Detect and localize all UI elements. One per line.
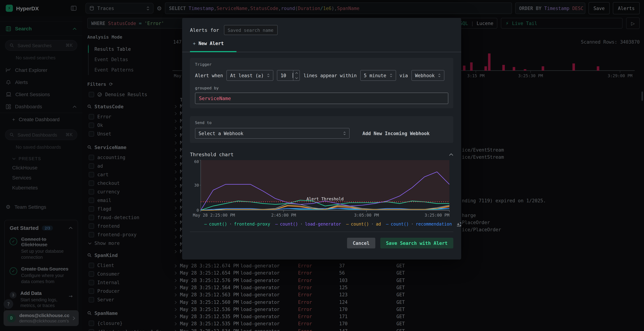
svg-text:30: 30: [194, 183, 199, 187]
legend-item[interactable]: —count()·recommendation: [386, 222, 452, 227]
legend-item[interactable]: —count()·load-generator: [275, 222, 341, 227]
chevron-updown-icon: [390, 73, 392, 78]
trigger-label: Trigger: [195, 62, 448, 67]
add-incoming-webhook-button[interactable]: Add New Incoming Webhook: [362, 131, 430, 136]
grouped-by-label: grouped by: [195, 86, 448, 90]
svg-text:3:25:00 PM: 3:25:00 PM: [425, 213, 449, 218]
send-to-label: Send to: [195, 120, 448, 125]
plus-icon: +: [193, 41, 196, 46]
cancel-button[interactable]: Cancel: [347, 238, 375, 248]
webhook-select[interactable]: Select a Webhook: [195, 128, 350, 139]
chevron-updown-icon: [343, 131, 346, 135]
svg-text:2:45:00 PM: 2:45:00 PM: [271, 213, 296, 218]
collapse-chart-icon[interactable]: [449, 153, 453, 156]
active-tab-underline: [190, 51, 236, 52]
threshold-chart-title: Threshold chart: [190, 152, 234, 157]
trigger-section: Trigger Alert when At least (≥): [190, 58, 453, 108]
threshold-number-input[interactable]: [277, 70, 300, 81]
grouped-by-input[interactable]: ServiceName: [195, 93, 448, 104]
legend-item[interactable]: —count()·ad: [346, 222, 381, 227]
svg-text:3:05:00 PM: 3:05:00 PM: [354, 213, 379, 218]
save-search-with-alert-button[interactable]: Save Search with Alert: [380, 238, 453, 248]
legend-item[interactable]: —count()·frontend-proxy: [204, 222, 270, 227]
chevron-updown-icon: [438, 73, 441, 78]
modal-title: Alerts for: [190, 27, 219, 33]
number-spinner[interactable]: [293, 70, 300, 80]
threshold-chart: 03060Alert ThresholdMay 28 2:25:00 PM2:4…: [193, 159, 453, 220]
alert-tabs: + New Alert: [182, 41, 461, 52]
legend-more-button[interactable]: +3 more: [457, 222, 461, 227]
chevron-updown-icon: [267, 73, 270, 78]
channel-select[interactable]: Webhook: [412, 70, 444, 81]
svg-text:Alert Threshold: Alert Threshold: [306, 197, 344, 201]
svg-text:May 28 2:25:00 PM: May 28 2:25:00 PM: [193, 213, 235, 218]
threshold-value-field[interactable]: [277, 70, 293, 80]
via-text: via: [400, 73, 408, 78]
lines-appear-within-text: lines appear within: [304, 73, 356, 78]
screenshot-viewport: ⚡ HyperDX Traces ⚙ SELECT Timestamp,Serv…: [0, 0, 644, 331]
hyperdx-app: ⚡ HyperDX Traces ⚙ SELECT Timestamp,Serv…: [0, 0, 644, 331]
window-select[interactable]: 5 minute: [360, 70, 396, 81]
create-alert-modal: Alerts for + New Alert Trigger Alert whe…: [182, 18, 461, 260]
alert-when-text: Alert when: [195, 73, 223, 78]
send-to-section: Send to Select a Webhook Add New Incomin…: [190, 116, 453, 143]
saved-search-name-input[interactable]: [224, 25, 278, 35]
svg-text:60: 60: [194, 159, 199, 164]
svg-text:0: 0: [196, 208, 199, 213]
tab-new-alert[interactable]: + New Alert: [193, 41, 224, 46]
chart-legend: —count()·frontend-proxy—count()·load-gen…: [204, 222, 453, 227]
operator-select[interactable]: At least (≥): [227, 70, 274, 81]
